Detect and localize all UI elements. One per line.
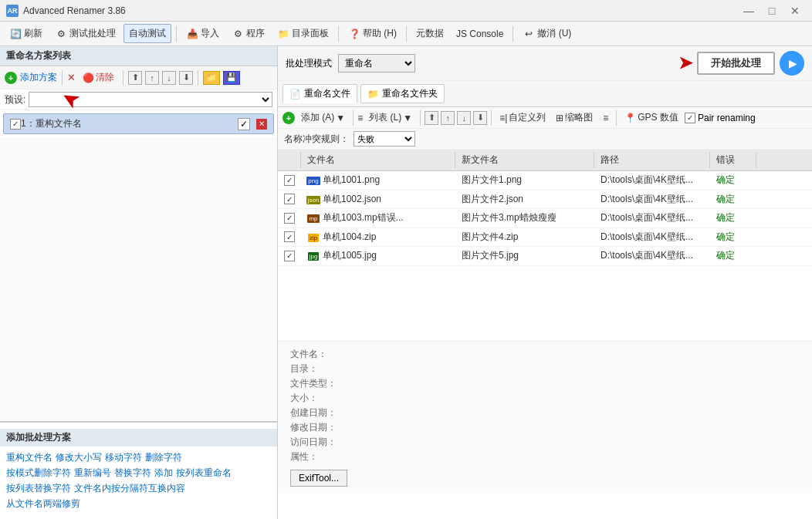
test-batch-button[interactable]: ⚙ 测试批处理 [50, 25, 120, 42]
conflict-select[interactable]: 失败 [354, 131, 415, 147]
method-link-renumber[interactable]: 重新编号 [74, 467, 111, 480]
file-info-modified: 修改日期： [290, 421, 800, 434]
method-expand-btn[interactable]: ✓ [238, 118, 250, 130]
method-link-replace[interactable]: 替换字符 [114, 467, 151, 480]
add-scheme-button[interactable]: + [5, 72, 17, 84]
left-sep2 [123, 70, 123, 86]
close-button[interactable]: ✕ [784, 3, 806, 19]
row-checkbox-1[interactable] [278, 173, 301, 188]
move-up-button[interactable]: ↑ [145, 71, 159, 85]
file-move-up-btn[interactable]: ↑ [441, 111, 455, 125]
cancel-button[interactable]: ↩ 撤消 (U) [518, 25, 576, 42]
js-console-button[interactable]: JS Console [452, 26, 508, 42]
tab-rename-files[interactable]: 📄 重命名文件 [283, 84, 357, 103]
method-link-add[interactable]: 添加 [154, 467, 173, 480]
file-move-top-btn[interactable]: ⬆ [425, 111, 438, 125]
directory-panel-button[interactable]: 📁 目录面板 [272, 25, 333, 42]
table-row[interactable]: zip单机1004.zip 图片文件4.zip D:\tools\桌面\4K壁纸… [278, 228, 812, 248]
method-delete-btn[interactable]: ✕ [256, 119, 267, 130]
tab-rename-folders[interactable]: 📁 重命名文件夹 [360, 84, 445, 103]
list-view-icon: ≡ [603, 113, 608, 123]
table-row[interactable]: mp单机1003.mp错误... 图片文件3.mp蜡烛瘦瘦 D:\tools\桌… [278, 209, 812, 228]
list-button[interactable]: 列表 (L) ▼ [365, 110, 416, 126]
help-button[interactable]: ❓ 帮助 (H) [343, 25, 401, 42]
file-info-accessed: 访问日期： [290, 436, 800, 449]
add-methods-section: 添加批处理方案 重构文件名 修改大小写 移动字符 删除字符 按模式删除字符 重新… [0, 422, 277, 519]
gps-icon: 📍 [624, 113, 636, 123]
add-methods-header: 添加批处理方案 [0, 429, 277, 447]
method-link-trim[interactable]: 从文件名两端修剪 [6, 497, 80, 511]
method-link-list-replace[interactable]: 按列表替换字符 [6, 482, 71, 495]
row-checkbox-4[interactable] [278, 229, 301, 244]
table-row[interactable]: jpg单机1005.jpg 图片文件5.jpg D:\tools\桌面\4K壁纸… [278, 247, 812, 266]
file-sep4 [616, 110, 617, 126]
method-link-pattern-delete[interactable]: 按模式删除字符 [6, 467, 71, 480]
preset-select[interactable] [29, 92, 272, 107]
file-move-down-btn[interactable]: ↓ [457, 111, 471, 125]
play-button[interactable]: ▶ [780, 51, 804, 76]
move-down-button[interactable]: ↓ [162, 71, 176, 85]
file-tabs: 📄 重命名文件 📁 重命名文件夹 [278, 81, 812, 107]
auto-test-button[interactable]: 自动测试 [123, 24, 171, 43]
clear-button[interactable]: 🔴 清除 [79, 69, 118, 86]
list-view-btn[interactable]: ≡ [599, 111, 612, 125]
file-info-size: 大小： [290, 392, 800, 405]
row-newname-4: 图片文件4.zip [455, 228, 594, 246]
add-file-button[interactable]: 添加 (A) ▼ [297, 110, 349, 126]
open-folder-button[interactable]: 📁 [203, 71, 220, 85]
gps-button[interactable]: 📍 GPS 数值 [621, 110, 682, 126]
table-empty-space [278, 266, 812, 342]
method-item-1[interactable]: 1：重构文件名 ✓ ✕ [3, 113, 274, 134]
method-checkbox[interactable] [10, 119, 21, 130]
cancel-icon: ↩ [523, 28, 535, 40]
row-newname-1: 图片文件1.png [455, 171, 594, 189]
move-bottom-button[interactable]: ⬇ [179, 71, 193, 85]
thumbnail-button[interactable]: ⊞ 缩略图 [552, 110, 597, 126]
row-checkbox-2[interactable] [278, 191, 301, 207]
minimize-button[interactable]: — [738, 3, 760, 19]
row-checkbox-5[interactable] [278, 248, 301, 264]
add-file-icon[interactable]: + [283, 112, 295, 124]
custom-col-button[interactable]: ≡| 自定义列 [496, 110, 550, 126]
thumbnail-icon: ⊞ [556, 113, 563, 123]
right-top-bar: 批处理模式 重命名 ➤ 开始批处理 ▶ [278, 46, 812, 81]
col-header-error: 错误 [710, 152, 756, 168]
metadata-button[interactable]: 元数据 [411, 25, 448, 42]
start-batch-button[interactable]: 开始批处理 [697, 52, 775, 75]
maximize-button[interactable]: □ [761, 3, 783, 19]
method-row-3: 按列表替换字符 文件名内按分隔符互换内容 [6, 482, 271, 495]
file-sep2 [420, 110, 421, 126]
file-move-bottom-btn[interactable]: ⬇ [473, 111, 487, 125]
file-sep3 [491, 110, 492, 126]
pair-renaming-checkbox-area[interactable]: Pair renaming [685, 113, 756, 123]
batch-mode-select[interactable]: 重命名 [338, 54, 415, 72]
method-link-case[interactable]: 修改大小写 [56, 451, 102, 464]
save-button[interactable]: 💾 [223, 71, 240, 85]
pair-renaming-checkbox[interactable] [685, 113, 695, 123]
clear-icon: 🔴 [83, 72, 94, 83]
delete-icon[interactable]: ✕ [67, 72, 76, 83]
row-newname-5: 图片文件5.jpg [455, 247, 594, 265]
method-link-restructure[interactable]: 重构文件名 [6, 451, 52, 464]
refresh-button[interactable]: 🔄 刷新 [5, 25, 47, 42]
file-info-type: 文件类型： [290, 377, 800, 390]
left-sep [62, 70, 63, 86]
program-button[interactable]: ⚙ 程序 [227, 25, 269, 42]
import-button[interactable]: 📥 导入 [181, 25, 224, 42]
batch-mode-label: 批处理模式 [286, 57, 332, 70]
table-row[interactable]: json单机1002.json 图片文件2.json D:\tools\桌面\4… [278, 190, 812, 210]
row-checkbox-3[interactable] [278, 211, 301, 226]
method-link-move[interactable]: 移动字符 [105, 451, 142, 464]
exif-tool-button[interactable]: ExifTool... [290, 470, 347, 487]
help-icon: ❓ [348, 28, 360, 40]
start-area: ➤ 开始批处理 ▶ [678, 51, 804, 76]
table-row[interactable]: png单机1001.png 图片文件1.png D:\tools\桌面\4K壁纸… [278, 171, 812, 190]
file-info-panel: 文件名： 目录： 文件类型： 大小： 创建日期： 修改日期： 访问日期： 属性： [278, 341, 812, 493]
title-bar: AR Advanced Renamer 3.86 — □ ✕ [0, 0, 812, 22]
row-path-2: D:\tools\桌面\4K壁纸... [594, 190, 710, 208]
move-top-button[interactable]: ⬆ [128, 71, 142, 85]
row-newname-2: 图片文件2.json [455, 190, 594, 208]
method-link-list-rename[interactable]: 按列表重命名 [176, 467, 232, 480]
method-link-swap[interactable]: 文件名内按分隔符互换内容 [74, 482, 185, 495]
method-link-delete[interactable]: 删除字符 [145, 451, 182, 464]
